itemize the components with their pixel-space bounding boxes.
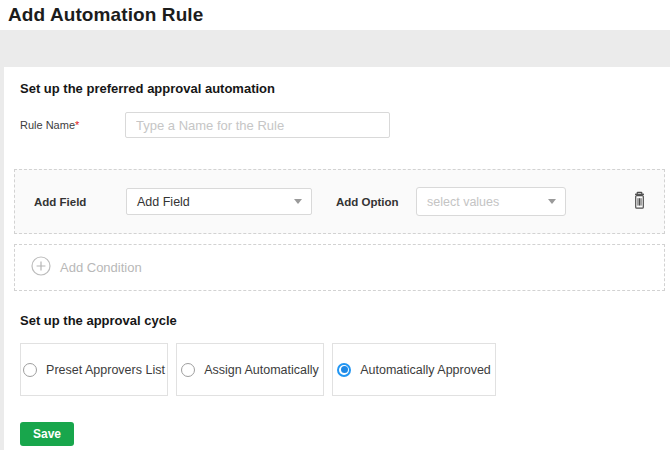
add-condition-button[interactable]: Add Condition: [14, 244, 665, 291]
save-button[interactable]: Save: [20, 422, 74, 446]
option-automatically-approved[interactable]: Automatically Approved: [332, 343, 496, 396]
option-preset-approvers-list[interactable]: Preset Approvers List: [20, 343, 168, 396]
delete-condition-button[interactable]: [629, 189, 650, 215]
chevron-down-icon: [548, 199, 556, 204]
add-option-select[interactable]: select values: [416, 187, 566, 216]
option-label: Assign Automatically: [204, 363, 319, 377]
add-field-label: Add Field: [34, 196, 126, 208]
page-title: Add Automation Rule: [8, 4, 670, 26]
add-field-select-value: Add Field: [137, 195, 294, 209]
add-option-select-placeholder: select values: [427, 195, 548, 209]
add-field-select[interactable]: Add Field: [126, 188, 312, 215]
radio-button[interactable]: [181, 363, 195, 377]
approval-section-heading: Set up the approval cycle: [20, 313, 665, 329]
automation-section-heading: Set up the preferred approval automation: [20, 81, 665, 97]
option-assign-automatically[interactable]: Assign Automatically: [176, 343, 324, 396]
radio-button[interactable]: [23, 363, 37, 377]
add-automation-rule-screen: Add Automation Rule Set up the preferred…: [0, 0, 670, 450]
approval-options-row: Preset Approvers List Assign Automatical…: [20, 343, 665, 396]
plus-circle-icon: [31, 256, 51, 280]
titlebar: Add Automation Rule: [0, 0, 670, 30]
option-label: Automatically Approved: [360, 363, 491, 377]
chevron-down-icon: [294, 199, 302, 204]
rule-name-label: Rule Name*: [20, 119, 125, 131]
rule-name-input[interactable]: [125, 112, 390, 138]
add-option-label: Add Option: [336, 196, 416, 208]
option-label: Preset Approvers List: [46, 363, 165, 377]
form-panel: Set up the preferred approval automation…: [4, 67, 670, 450]
condition-builder-row: Add Field Add Field Add Option select va…: [14, 169, 665, 234]
radio-button[interactable]: [337, 363, 351, 377]
trash-icon: [631, 191, 648, 213]
required-asterisk: *: [75, 119, 79, 131]
rule-name-row: Rule Name*: [20, 112, 665, 138]
rule-name-label-text: Rule Name: [20, 119, 75, 131]
add-condition-label: Add Condition: [60, 260, 142, 275]
